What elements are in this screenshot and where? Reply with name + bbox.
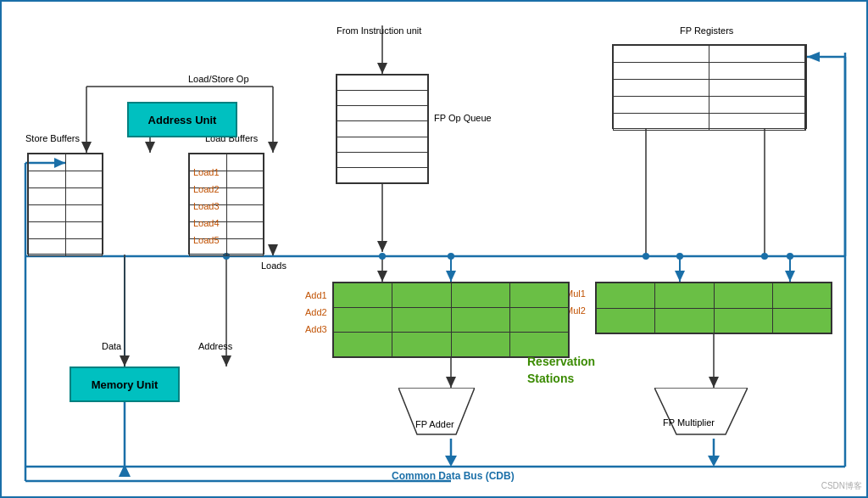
data-label: Data bbox=[102, 341, 121, 351]
fp-registers-grid bbox=[612, 44, 807, 129]
svg-point-40 bbox=[676, 253, 683, 260]
fp-adder-label: FP Adder bbox=[415, 419, 454, 429]
load3-label: Load3 bbox=[193, 201, 220, 211]
svg-point-37 bbox=[448, 253, 454, 260]
svg-marker-3 bbox=[119, 464, 131, 477]
svg-marker-47 bbox=[709, 377, 719, 388]
load-store-op-label: Load/Store Op bbox=[188, 74, 249, 84]
svg-marker-11 bbox=[377, 241, 387, 252]
reservation-stations-label: ReservationStations bbox=[527, 354, 595, 387]
loads-label: Loads bbox=[261, 260, 287, 271]
load1-label: Load1 bbox=[193, 167, 220, 177]
svg-point-29 bbox=[643, 253, 649, 260]
fp-adder-shape bbox=[398, 388, 475, 439]
svg-marker-42 bbox=[785, 271, 795, 282]
load5-label: Load5 bbox=[193, 235, 220, 245]
fp-registers-label: FP Registers bbox=[680, 25, 733, 36]
fp-multiplier-label: FP Multiplier bbox=[663, 417, 715, 428]
svg-point-34 bbox=[379, 253, 386, 260]
svg-marker-16 bbox=[145, 142, 155, 153]
from-instruction-label: From Instruction unit bbox=[337, 25, 421, 36]
svg-marker-6 bbox=[807, 52, 820, 62]
load2-label: Load2 bbox=[193, 184, 220, 194]
add3-label: Add3 bbox=[305, 324, 327, 334]
load4-label: Load4 bbox=[193, 218, 220, 228]
svg-marker-19 bbox=[81, 142, 92, 153]
memory-unit-box: Memory Unit bbox=[70, 367, 180, 402]
svg-marker-51 bbox=[708, 456, 720, 467]
diagram-container: From Instruction unit FP Registers Load/… bbox=[0, 0, 868, 498]
memory-unit-label: Memory Unit bbox=[92, 378, 159, 391]
svg-marker-36 bbox=[446, 271, 456, 282]
fp-multiplier-shape bbox=[654, 388, 748, 439]
watermark: CSDN博客 bbox=[821, 480, 862, 492]
address-unit-label: Address Unit bbox=[148, 114, 217, 126]
fp-op-queue-grid bbox=[336, 74, 429, 184]
fp-op-queue-label: FP Op Queue bbox=[434, 112, 492, 124]
rs-mul-grid bbox=[595, 282, 832, 334]
svg-marker-23 bbox=[221, 355, 231, 367]
svg-marker-33 bbox=[377, 271, 387, 282]
svg-marker-9 bbox=[377, 63, 387, 74]
svg-marker-39 bbox=[675, 271, 685, 282]
svg-marker-25 bbox=[120, 355, 130, 367]
address-label: Address bbox=[198, 341, 232, 351]
svg-marker-56 bbox=[268, 244, 278, 256]
svg-marker-49 bbox=[445, 456, 457, 467]
svg-point-31 bbox=[761, 253, 768, 260]
add2-label: Add2 bbox=[305, 307, 327, 317]
svg-point-43 bbox=[787, 253, 793, 260]
add1-label: Add1 bbox=[305, 290, 327, 300]
store-buffers-grid bbox=[27, 153, 103, 255]
svg-marker-14 bbox=[268, 142, 278, 153]
svg-marker-45 bbox=[446, 377, 456, 388]
store-buffers-label: Store Buffers bbox=[25, 133, 80, 143]
address-unit-box: Address Unit bbox=[127, 102, 237, 137]
rs-add-grid bbox=[332, 282, 570, 358]
common-data-bus-label: Common Data Bus (CDB) bbox=[392, 470, 515, 482]
